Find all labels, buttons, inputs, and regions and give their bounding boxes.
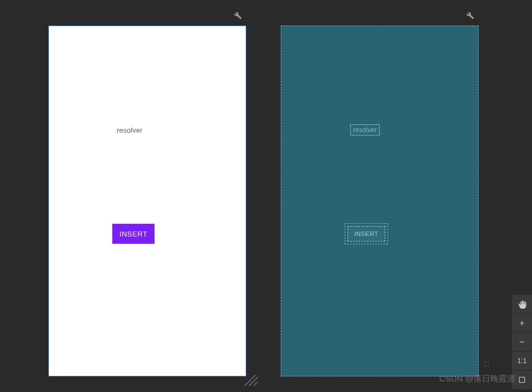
resolver-label: resolver [117, 126, 142, 134]
svg-rect-3 [519, 377, 524, 382]
insert-button[interactable]: INSERT [112, 224, 155, 244]
hand-tool-button[interactable] [512, 295, 532, 314]
fullscreen-button[interactable] [512, 370, 532, 389]
design-panel-wrapper: resolver INSERT [48, 10, 246, 392]
zoom-out-button[interactable] [512, 333, 532, 351]
insert-button-blueprint-outer[interactable]: INSERT [345, 223, 388, 244]
resize-handle-icon[interactable]: ⬚ [484, 360, 489, 367]
blueprint-panel-wrapper: resolver INSERT ⬚ [281, 10, 479, 392]
svg-line-0 [245, 375, 256, 386]
resize-handle-icon[interactable] [241, 375, 258, 386]
canvas-area: resolver INSERT resolver INSERT ⬚ [0, 0, 532, 392]
svg-line-1 [249, 377, 258, 386]
zoom-toolbar: 1:1 [512, 295, 532, 389]
blueprint-panel[interactable]: resolver INSERT [281, 26, 479, 376]
design-panel[interactable]: resolver INSERT [48, 26, 246, 376]
wrench-icon[interactable] [466, 12, 474, 22]
resolver-label-blueprint[interactable]: resolver [350, 124, 380, 135]
zoom-reset-button[interactable]: 1:1 [512, 351, 532, 370]
zoom-in-button[interactable] [512, 314, 532, 333]
wrench-icon[interactable] [234, 12, 242, 22]
insert-button-blueprint[interactable]: INSERT [347, 226, 385, 242]
